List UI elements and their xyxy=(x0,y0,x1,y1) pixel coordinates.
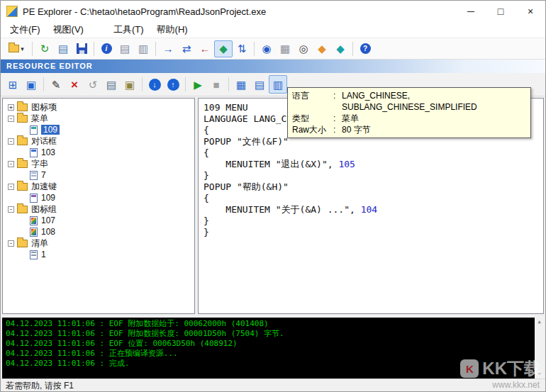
stop-button[interactable]: ■ xyxy=(207,75,225,94)
expander-icon[interactable]: - xyxy=(8,161,14,167)
menu-view[interactable]: 视图(V) xyxy=(47,22,90,38)
dependency-scanner-button[interactable]: ◆ xyxy=(313,40,331,57)
report-button[interactable]: ▥ xyxy=(134,40,152,57)
tree-item-accel-109[interactable]: 109 xyxy=(3,192,194,203)
goto-entry-button[interactable]: → xyxy=(159,40,177,57)
relocations-button[interactable]: ⇅ xyxy=(233,40,251,57)
tree-item-manifest-1[interactable]: 1 xyxy=(3,249,194,260)
source-line: } xyxy=(204,227,538,238)
exports-button[interactable]: ← xyxy=(196,40,214,57)
tree-item-icongroup-107[interactable]: 107 xyxy=(3,215,194,226)
scroll-down-icon[interactable]: ▼ xyxy=(537,370,540,379)
close-button[interactable]: × xyxy=(516,1,545,22)
signature-button[interactable]: ◆ xyxy=(331,40,350,57)
dialog-resource-icon xyxy=(30,148,38,157)
tree-item-accelerators[interactable]: - 加速键 xyxy=(3,181,194,192)
copy-button[interactable]: ▤ xyxy=(102,75,121,94)
folder-icon xyxy=(17,115,28,123)
folder-icon xyxy=(17,183,28,191)
text-view-icon: ▤ xyxy=(255,79,264,90)
tree-item-menu-109[interactable]: 109 xyxy=(3,124,194,135)
minimize-button[interactable]: ─ xyxy=(456,1,486,22)
resource-info-tooltip: 语言 : LANG_CHINESE, SUBLANG_CHINESE_SIMPL… xyxy=(287,87,531,138)
separator xyxy=(228,77,229,91)
file-info-button[interactable]: i xyxy=(97,40,116,57)
help-button[interactable]: ? xyxy=(356,40,374,57)
text-view-button[interactable]: ▤ xyxy=(250,75,269,94)
tree-item-manifest[interactable]: - 清单 xyxy=(3,237,194,249)
open-file-button[interactable]: ▾ xyxy=(4,40,29,57)
save-button[interactable] xyxy=(72,40,91,57)
menu-tools[interactable]: 工具(T) xyxy=(107,22,150,38)
source-line: { xyxy=(204,193,538,204)
resources-icon: ◆ xyxy=(219,43,228,54)
folder-icon xyxy=(17,206,28,213)
properties-button[interactable]: ▥ xyxy=(269,75,287,94)
sections-button[interactable]: ▤ xyxy=(116,40,134,57)
log-line: 04.12.2023 11:01:06 : 完成. xyxy=(6,359,533,369)
log-panel: 04.12.2023 11:01:06 : EOF 附加数据始于: 000620… xyxy=(2,318,544,379)
expander-icon[interactable]: + xyxy=(8,104,14,111)
expander-icon[interactable]: - xyxy=(8,184,14,190)
new-resource-button[interactable]: ⊞ xyxy=(4,75,22,94)
source-line: } xyxy=(204,215,538,227)
hex-view-icon: ▦ xyxy=(280,43,290,54)
icon-resource-icon xyxy=(30,216,38,225)
goto-entry-icon: → xyxy=(163,43,174,54)
disassembler-button[interactable]: ◉ xyxy=(257,40,276,57)
tooltip-row: 类型 : 菜单 xyxy=(292,113,526,124)
tree-item-strings[interactable]: - 字串 xyxy=(3,158,194,169)
move-down-button[interactable]: ↓ xyxy=(145,75,164,94)
tree-item-string-7[interactable]: 7 xyxy=(3,169,194,181)
resources-button[interactable]: ◆ xyxy=(214,40,233,57)
delete-resource-button[interactable]: × xyxy=(65,75,84,94)
title-bar: PE Explorer - C:\hetao\hetaoProgram\Read… xyxy=(1,1,545,22)
expander-icon[interactable]: - xyxy=(8,116,14,122)
run-icon: ▶ xyxy=(194,79,202,90)
maximize-button[interactable]: □ xyxy=(486,1,516,22)
separator xyxy=(43,77,44,91)
refresh-icon: ↻ xyxy=(40,43,50,54)
tree-item-icon-groups[interactable]: - 图标组 xyxy=(3,203,194,215)
source-line: { xyxy=(204,147,538,159)
imports-button[interactable]: ⇄ xyxy=(177,40,196,57)
relocations-icon: ⇅ xyxy=(238,43,247,54)
tree-item-icons[interactable]: + 图标项 xyxy=(3,101,194,113)
expander-icon[interactable]: - xyxy=(8,138,14,145)
undo-button[interactable]: ↺ xyxy=(84,75,102,94)
tree-item-dialog-103[interactable]: 103 xyxy=(3,147,194,158)
expander-icon[interactable]: - xyxy=(8,240,14,247)
hex-view-button[interactable]: ▦ xyxy=(276,40,294,57)
sections-icon: ▤ xyxy=(120,43,130,54)
dependency-icon: ◆ xyxy=(318,43,326,54)
separator xyxy=(94,42,94,56)
tree-item-menus[interactable]: - 菜单 xyxy=(3,113,194,124)
tree-item-dialogs[interactable]: - 对话框 xyxy=(3,135,194,147)
scroll-up-icon[interactable]: ▲ xyxy=(537,318,540,326)
rename-resource-button[interactable]: ✎ xyxy=(47,75,65,94)
run-button[interactable]: ▶ xyxy=(189,75,207,94)
headers-button[interactable]: ▤ xyxy=(54,40,72,57)
imports-icon: ⇄ xyxy=(182,43,191,54)
tree-item-icongroup-108[interactable]: 108 xyxy=(3,226,194,237)
copy-icon: ▤ xyxy=(106,79,116,90)
import-resource-button[interactable]: ▣ xyxy=(22,75,40,94)
search-button[interactable]: ◎ xyxy=(294,40,313,57)
menu-resource-icon xyxy=(30,125,38,135)
headers-icon: ▤ xyxy=(58,43,68,54)
exports-icon: ← xyxy=(200,43,211,54)
app-icon xyxy=(6,6,18,17)
move-up-button[interactable]: ↑ xyxy=(164,75,182,94)
delete-resource-icon: × xyxy=(71,79,78,91)
log-scrollbar[interactable]: ▲ ▼ xyxy=(535,318,544,379)
tooltip-row: Raw大小 : 80 字节 xyxy=(292,124,526,135)
icon-resource-icon xyxy=(30,228,38,237)
search-icon: ◎ xyxy=(299,43,308,54)
refresh-button[interactable]: ↻ xyxy=(35,40,54,57)
menu-help[interactable]: 帮助(H) xyxy=(150,22,194,38)
paste-button[interactable]: ▣ xyxy=(121,75,139,94)
menu-file[interactable]: 文件(F) xyxy=(4,22,47,38)
table-view-button[interactable]: ▦ xyxy=(232,75,250,94)
expander-icon[interactable]: - xyxy=(8,206,14,213)
table-view-icon: ▦ xyxy=(236,79,246,90)
